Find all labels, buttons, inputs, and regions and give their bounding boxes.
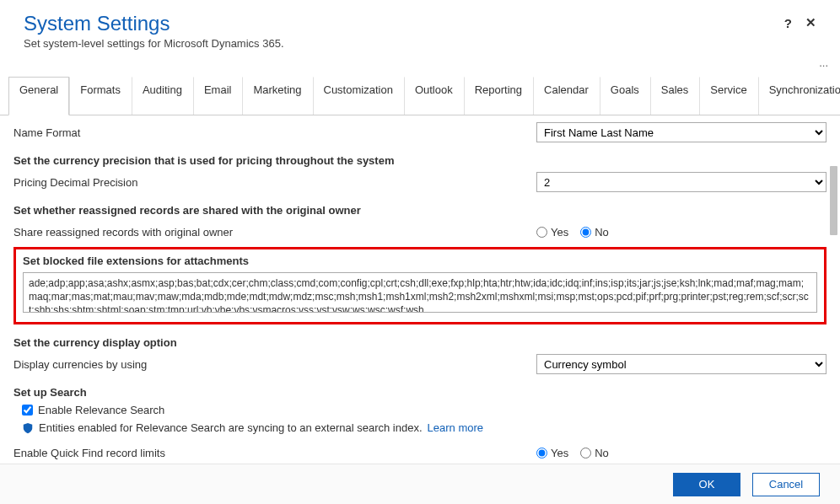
scrollbar-track[interactable] (828, 117, 838, 461)
tab-formats[interactable]: Formats (69, 77, 132, 115)
currency-display-heading: Set the currency display option (13, 336, 827, 349)
tab-sales[interactable]: Sales (650, 77, 700, 115)
close-icon[interactable]: ✕ (805, 15, 816, 30)
enable-relevance-checkbox[interactable] (22, 405, 33, 416)
name-format-label: Name Format (13, 126, 536, 139)
quickfind-no[interactable]: No (580, 447, 609, 459)
tab-service[interactable]: Service (699, 77, 757, 115)
tab-goals[interactable]: Goals (600, 77, 650, 115)
enable-relevance-label: Enable Relevance Search (38, 404, 164, 416)
tab-general[interactable]: General (8, 77, 69, 115)
share-reassigned-yes[interactable]: Yes (536, 226, 568, 239)
name-format-select[interactable]: First Name Last Name (536, 122, 827, 142)
shield-icon (22, 422, 34, 434)
pricing-precision-label: Pricing Decimal Precision (13, 176, 536, 189)
learn-more-link[interactable]: Learn more (428, 421, 483, 434)
share-reassigned-yes-radio[interactable] (536, 227, 547, 238)
tab-auditing[interactable]: Auditing (132, 77, 193, 115)
blocked-extensions-heading: Set blocked file extensions for attachme… (23, 255, 817, 267)
tab-outlook[interactable]: Outlook (404, 77, 464, 115)
quickfind-no-radio[interactable] (580, 448, 591, 458)
share-reassigned-no[interactable]: No (580, 226, 609, 239)
display-currencies-label: Display currencies by using (13, 358, 536, 371)
tab-marketing[interactable]: Marketing (242, 77, 312, 115)
blocked-extensions-section: Set blocked file extensions for attachme… (13, 247, 827, 324)
page-title: System Settings (24, 12, 784, 35)
share-reassigned-no-radio[interactable] (580, 227, 591, 238)
tab-calendar[interactable]: Calendar (533, 77, 600, 115)
quickfind-yes[interactable]: Yes (536, 447, 568, 459)
blocked-extensions-input[interactable] (23, 272, 817, 313)
scrollbar-thumb[interactable] (830, 166, 837, 235)
pricing-precision-select[interactable]: 2 (536, 172, 827, 192)
ok-button[interactable]: OK (673, 473, 740, 496)
tab-synchronization[interactable]: Synchronization (758, 77, 840, 115)
tabs-bar: GeneralFormatsAuditingEmailMarketingCust… (0, 77, 840, 115)
page-subtitle: Set system-level settings for Microsoft … (24, 37, 784, 50)
tab-reporting[interactable]: Reporting (464, 77, 533, 115)
tab-customization[interactable]: Customization (313, 77, 404, 115)
tab-email[interactable]: Email (193, 77, 243, 115)
overflow-ellipsis[interactable]: ... (0, 56, 840, 70)
footer: OK Cancel (0, 464, 840, 504)
reassigned-heading: Set whether reassigned records are share… (13, 204, 827, 217)
quickfind-label: Enable Quick Find record limits (13, 447, 536, 459)
help-icon[interactable]: ? (784, 16, 792, 30)
display-currencies-select[interactable]: Currency symbol (536, 354, 827, 374)
content-panel: Name Format First Name Last Name Set the… (0, 115, 840, 463)
currency-precision-heading: Set the currency precision that is used … (13, 154, 827, 167)
quickfind-yes-radio[interactable] (536, 448, 547, 458)
share-reassigned-label: Share reassigned records with original o… (13, 226, 536, 239)
cancel-button[interactable]: Cancel (752, 473, 820, 496)
search-heading: Set up Search (13, 386, 827, 399)
relevance-info-text: Entities enabled for Relevance Search ar… (39, 421, 423, 434)
